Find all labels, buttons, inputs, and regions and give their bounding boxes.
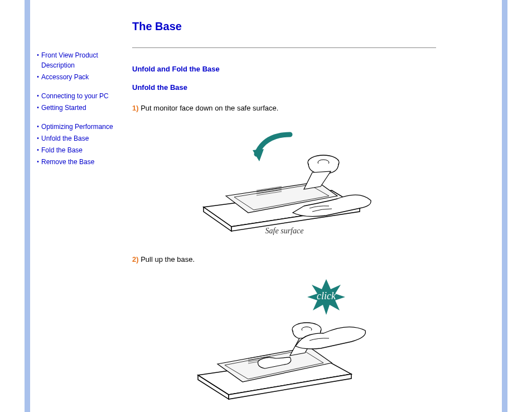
monitor-face-down-illustration: Safe surface <box>192 123 376 235</box>
nav-item-optimizing[interactable]: • Optimizing Performance <box>35 122 127 132</box>
right-decorative-bar <box>502 0 507 412</box>
nav-group-1: • Connecting to your PC • Getting Starte… <box>35 91 127 113</box>
nav-label: Optimizing Performance <box>41 122 127 132</box>
sidebar-nav: • Front View Product Description • Acces… <box>35 50 127 176</box>
nav-label: Front View Product Description <box>41 50 127 70</box>
step-1: 1) Put monitor face down on the safe sur… <box>132 104 436 112</box>
bullet-icon: • <box>35 91 41 101</box>
step-2-num: 2) <box>132 255 139 264</box>
nav-group-0: • Front View Product Description • Acces… <box>35 50 127 82</box>
figure-2: click <box>132 275 436 403</box>
pull-up-base-illustration: click <box>192 275 376 403</box>
step-2: 2) Pull up the base. <box>132 255 436 264</box>
bullet-icon: • <box>35 103 41 113</box>
nav-item-front-view[interactable]: • Front View Product Description <box>35 50 127 70</box>
nav-label: Connecting to your PC <box>41 91 127 101</box>
figure-2-label: click <box>317 290 336 301</box>
left-decorative-bar <box>25 0 30 412</box>
nav-item-accessory-pack[interactable]: • Accessory Pack <box>35 72 127 82</box>
nav-label: Accessory Pack <box>41 72 127 82</box>
nav-item-getting-started[interactable]: • Getting Started <box>35 103 127 113</box>
section-heading: Unfold and Fold the Base <box>132 65 436 73</box>
sub-heading: Unfold the Base <box>132 83 436 92</box>
nav-item-unfold-base[interactable]: • Unfold the Base <box>35 133 127 143</box>
nav-item-fold-base[interactable]: • Fold the Base <box>35 145 127 155</box>
main-content: The Base Unfold and Fold the Base Unfold… <box>132 20 436 412</box>
bullet-icon: • <box>35 157 41 167</box>
nav-label: Getting Started <box>41 103 127 113</box>
page-title: The Base <box>132 20 436 33</box>
nav-item-remove-base[interactable]: • Remove the Base <box>35 157 127 167</box>
step-2-text: Pull up the base. <box>139 255 195 264</box>
divider <box>132 47 436 48</box>
nav-label: Fold the Base <box>41 145 127 155</box>
step-1-text: Put monitor face down on the safe surfac… <box>139 104 279 112</box>
bullet-icon: • <box>35 72 41 82</box>
step-1-num: 1) <box>132 104 139 112</box>
bullet-icon: • <box>35 50 41 60</box>
nav-label: Unfold the Base <box>41 133 127 143</box>
nav-group-2: • Optimizing Performance • Unfold the Ba… <box>35 122 127 167</box>
figure-1: Safe surface <box>132 123 436 235</box>
bullet-icon: • <box>35 122 41 132</box>
nav-item-connecting-pc[interactable]: • Connecting to your PC <box>35 91 127 101</box>
bullet-icon: • <box>35 145 41 155</box>
bullet-icon: • <box>35 133 41 143</box>
figure-1-label: Safe surface <box>265 227 303 235</box>
nav-label: Remove the Base <box>41 157 127 167</box>
